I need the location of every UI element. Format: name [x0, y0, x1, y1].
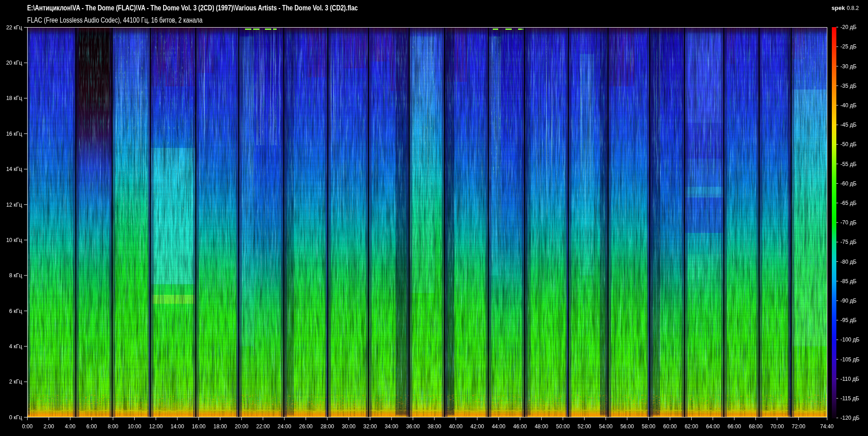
svg-text:74:40: 74:40	[820, 423, 834, 430]
svg-text:28:00: 28:00	[321, 423, 334, 430]
svg-text:-100 дБ: -100 дБ	[840, 336, 859, 343]
svg-text:22:00: 22:00	[256, 423, 270, 430]
svg-text:32:00: 32:00	[363, 423, 377, 430]
svg-text:-35 дБ: -35 дБ	[840, 83, 857, 89]
svg-text:14:00: 14:00	[170, 423, 184, 430]
svg-text:2 кГц: 2 кГц	[9, 379, 22, 385]
svg-text:54:00: 54:00	[599, 423, 613, 430]
svg-text:-25 дБ: -25 дБ	[840, 43, 857, 50]
svg-text:12:00: 12:00	[149, 423, 163, 430]
svg-text:52:00: 52:00	[577, 423, 591, 430]
svg-text:FLAC (Free Lossless Audio Code: FLAC (Free Lossless Audio Codec), 44100 …	[27, 16, 203, 24]
svg-text:12 кГц: 12 кГц	[6, 202, 22, 208]
svg-text:-95 дБ: -95 дБ	[840, 317, 857, 323]
svg-text:-45 дБ: -45 дБ	[840, 122, 857, 128]
svg-text:36:00: 36:00	[406, 423, 420, 430]
svg-text:2:00: 2:00	[43, 423, 54, 430]
svg-text:6:00: 6:00	[86, 423, 97, 430]
svg-text:-60 дБ: -60 дБ	[840, 180, 857, 187]
svg-text:0 кГц: 0 кГц	[9, 414, 22, 421]
svg-text:10:00: 10:00	[127, 423, 141, 430]
svg-text:42:00: 42:00	[471, 423, 484, 430]
svg-text:66:00: 66:00	[727, 423, 741, 430]
svg-text:spek: spek	[831, 5, 845, 11]
svg-text:4 кГц: 4 кГц	[9, 343, 22, 350]
svg-text:24:00: 24:00	[278, 423, 291, 430]
svg-text:8 кГц: 8 кГц	[9, 272, 22, 279]
svg-text:46:00: 46:00	[513, 423, 527, 430]
svg-text:-105 дБ: -105 дБ	[840, 356, 859, 363]
svg-text:-110 дБ: -110 дБ	[840, 376, 859, 382]
svg-text:0:00: 0:00	[22, 423, 33, 430]
svg-text:-50 дБ: -50 дБ	[840, 141, 857, 147]
svg-text:E:\Антициклон\VA - The Dome (F: E:\Антициклон\VA - The Dome (FLAC)\VA - …	[27, 4, 358, 12]
svg-text:8:00: 8:00	[108, 423, 118, 430]
svg-text:18:00: 18:00	[213, 423, 227, 430]
svg-text:-65 дБ: -65 дБ	[840, 200, 857, 206]
svg-text:10 кГц: 10 кГц	[6, 237, 22, 243]
svg-text:-120 дБ: -120 дБ	[840, 415, 859, 421]
svg-text:70:00: 70:00	[770, 423, 784, 430]
svg-text:64:00: 64:00	[706, 423, 720, 430]
svg-text:18 кГц: 18 кГц	[6, 95, 22, 101]
svg-text:30:00: 30:00	[342, 423, 355, 430]
svg-text:-85 дБ: -85 дБ	[840, 278, 857, 284]
svg-text:4:00: 4:00	[65, 423, 76, 430]
svg-text:68:00: 68:00	[749, 423, 763, 430]
svg-text:20 кГц: 20 кГц	[6, 60, 22, 66]
svg-text:-30 дБ: -30 дБ	[840, 63, 857, 70]
svg-text:0.8.2: 0.8.2	[847, 5, 859, 11]
svg-text:-40 дБ: -40 дБ	[840, 102, 857, 109]
svg-text:62:00: 62:00	[684, 423, 698, 430]
svg-text:-70 дБ: -70 дБ	[840, 219, 857, 226]
svg-text:-115 дБ: -115 дБ	[840, 395, 859, 402]
svg-text:22 кГц: 22 кГц	[6, 24, 22, 31]
svg-text:26:00: 26:00	[299, 423, 312, 430]
svg-text:16 кГц: 16 кГц	[6, 131, 22, 137]
svg-text:34:00: 34:00	[385, 423, 398, 430]
svg-text:-20 дБ: -20 дБ	[840, 24, 857, 30]
svg-text:40:00: 40:00	[449, 423, 462, 430]
svg-text:38:00: 38:00	[428, 423, 441, 430]
svg-text:20:00: 20:00	[235, 423, 248, 430]
svg-text:58:00: 58:00	[642, 423, 656, 430]
svg-text:44:00: 44:00	[492, 423, 505, 430]
svg-text:56:00: 56:00	[620, 423, 634, 430]
svg-text:72:00: 72:00	[792, 423, 805, 430]
svg-text:-55 дБ: -55 дБ	[840, 161, 857, 167]
svg-text:50:00: 50:00	[556, 423, 570, 430]
svg-text:60:00: 60:00	[663, 423, 677, 430]
svg-text:-75 дБ: -75 дБ	[840, 239, 857, 245]
svg-text:16:00: 16:00	[192, 423, 206, 430]
svg-text:48:00: 48:00	[535, 423, 548, 430]
svg-text:14 кГц: 14 кГц	[6, 166, 22, 172]
svg-text:-80 дБ: -80 дБ	[840, 259, 857, 265]
svg-text:-90 дБ: -90 дБ	[840, 298, 857, 304]
svg-text:6 кГц: 6 кГц	[9, 308, 22, 314]
